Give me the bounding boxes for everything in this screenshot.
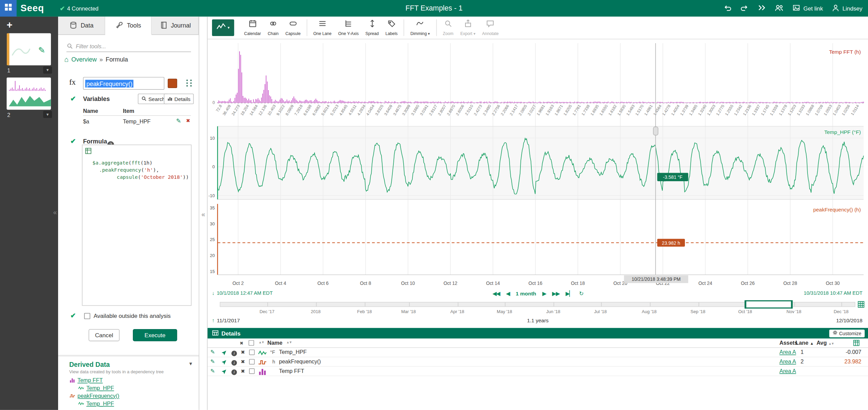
forward-all-icon[interactable] <box>757 3 766 13</box>
table-row[interactable]: ✎ i ✖ Temp FFT Area A <box>208 367 868 376</box>
toolbar-chain-button[interactable]: Chain <box>264 18 282 37</box>
filter-tools-search[interactable] <box>67 41 191 52</box>
item-name[interactable]: Temp FFT <box>279 368 304 374</box>
available-outside-checkbox[interactable] <box>84 313 90 319</box>
timeline-grid-icon[interactable] <box>857 300 865 310</box>
temp-fft-series[interactable] <box>217 51 864 103</box>
worksheet-thumbnail[interactable]: ✎ <box>7 33 51 66</box>
assets-link[interactable]: Area A <box>779 368 796 374</box>
column-config-icon[interactable] <box>853 340 860 347</box>
duration-label[interactable]: 1 month <box>516 290 536 296</box>
user-menu[interactable]: Lindsey <box>831 4 863 13</box>
toolbar-dimming-button[interactable]: Dimming ▾ <box>407 18 433 37</box>
timeline-selection[interactable] <box>745 300 792 308</box>
cursor-handle[interactable] <box>653 127 658 135</box>
info-icon[interactable]: i <box>231 349 237 356</box>
info-icon[interactable]: i <box>231 369 237 375</box>
toolbar-spread-button[interactable]: Spread <box>362 18 382 37</box>
home-icon[interactable]: ⌂ <box>64 56 69 62</box>
remove-icon[interactable]: ✖ <box>241 359 245 364</box>
formula-options-icon[interactable] <box>184 78 194 88</box>
table-row[interactable]: ✎ i ✖ °F Temp_HPF Area A 1 -0.007 <box>208 348 868 357</box>
worksheet-thumbnail[interactable] <box>7 78 51 110</box>
toolbar-capsule-button[interactable]: Capsule <box>282 18 304 37</box>
collapse-panel-icon[interactable]: « <box>201 211 205 218</box>
formula-code-editor[interactable]: $a.aggregate(fft(1h).peakFrequency('h'),… <box>82 144 192 306</box>
info-icon[interactable]: i <box>231 359 237 366</box>
table-row[interactable]: ✎ i ✖ h peakFrequency() Area A 2 23.982 <box>208 357 868 367</box>
investigate-end[interactable]: 12/10/2018 <box>836 318 862 324</box>
col-lane-header[interactable]: Lane ▲ <box>796 340 814 346</box>
toolbar-one-lane-button[interactable]: One Lane <box>310 18 335 37</box>
redo-icon[interactable] <box>740 3 749 13</box>
range-end-link[interactable]: 10/31/2018 10:47 AM EDT <box>804 290 863 296</box>
get-link-button[interactable]: Get link <box>792 4 823 13</box>
edit-icon[interactable]: ✎ <box>210 349 215 355</box>
derived-item-link[interactable]: peakFrequency() <box>77 392 119 398</box>
code-line[interactable]: .peakFrequency('h'), <box>92 167 189 174</box>
derived-item-link[interactable]: Temp_HPF <box>86 400 114 406</box>
edit-icon[interactable]: ✎ <box>210 358 215 364</box>
view-selector-button[interactable]: ▾ <box>212 19 234 36</box>
step-back-button[interactable]: ◀ <box>506 290 510 296</box>
insert-variable-icon[interactable] <box>85 147 92 157</box>
assets-link[interactable]: Area A <box>779 358 796 364</box>
item-name[interactable]: Temp_HPF <box>279 349 306 355</box>
add-worksheet-button[interactable]: + <box>7 20 13 30</box>
sort-icon[interactable]: ▲▼ <box>259 341 264 344</box>
remove-all-icon[interactable]: ✖ <box>240 341 244 346</box>
derived-item-link[interactable]: Temp FFT <box>77 377 103 383</box>
remove-variable-icon[interactable]: ✖ <box>186 118 190 123</box>
assets-link[interactable]: Area A <box>779 349 796 355</box>
execute-button[interactable]: Execute <box>133 329 177 341</box>
cancel-button[interactable]: Cancel <box>89 329 120 341</box>
tab-journal[interactable]: Journal <box>152 17 199 35</box>
toolbar-calendar-button[interactable]: Calendar <box>241 18 264 37</box>
tab-tools[interactable]: Tools <box>105 17 152 35</box>
svg-text:1.4861: 1.4861 <box>643 104 653 116</box>
customize-button[interactable]: Customize <box>829 329 865 337</box>
col-name-header[interactable]: Name <box>267 340 282 346</box>
row-checkbox[interactable] <box>249 369 254 375</box>
remove-icon[interactable]: ✖ <box>241 369 245 374</box>
worksheet-menu-chevron-icon[interactable]: ▾ <box>43 111 52 118</box>
remove-icon[interactable]: ✖ <box>241 349 245 355</box>
collapse-worksheets-icon[interactable]: « <box>53 209 57 216</box>
toolbar-labels-button[interactable]: Labels <box>382 18 401 37</box>
row-checkbox[interactable] <box>249 359 254 366</box>
go-to-end-button[interactable]: ▶▏ <box>566 290 573 296</box>
col-avg-header[interactable]: Avg ▲▼ <box>816 340 834 346</box>
jump-forward-button[interactable]: ▶▶ <box>552 290 560 296</box>
svg-text:1.6550: 1.6550 <box>599 104 608 116</box>
svg-text:0: 0 <box>212 164 215 169</box>
select-all-checkbox[interactable] <box>249 340 254 347</box>
item-name[interactable]: peakFrequency() <box>279 358 321 364</box>
chevron-down-icon[interactable]: ▾ <box>189 361 192 367</box>
color-swatch-button[interactable] <box>168 79 177 88</box>
breadcrumb-overview-link[interactable]: Overview <box>71 56 97 63</box>
pin-icon[interactable] <box>221 349 227 357</box>
users-icon[interactable] <box>775 3 784 13</box>
toolbar-one-y-axis-button[interactable]: One Y-Axis <box>335 18 362 37</box>
svg-text:36.409: 36.409 <box>222 104 232 116</box>
jump-back-button[interactable]: ◀◀ <box>492 290 500 296</box>
worksheet-menu-chevron-icon[interactable]: ▾ <box>43 67 52 74</box>
sort-icon[interactable]: ▲▼ <box>286 341 291 344</box>
edit-variable-icon[interactable]: ✎ <box>176 117 181 124</box>
undo-icon[interactable] <box>723 3 732 13</box>
tab-data[interactable]: Data <box>58 17 105 35</box>
trend-chart[interactable]: 0Temp FFT (h)72.836.40924.27318.20414.56… <box>208 41 868 289</box>
derived-item-link[interactable]: Temp_HPF <box>86 385 114 391</box>
code-line[interactable]: capsule('October 2018')) <box>92 174 189 181</box>
refresh-button[interactable]: ↻ <box>579 290 583 296</box>
col-assets-header[interactable]: Assets <box>779 340 797 346</box>
filter-tools-input[interactable] <box>76 43 191 49</box>
pin-icon[interactable] <box>221 369 227 376</box>
edit-icon[interactable]: ✎ <box>210 368 215 374</box>
row-checkbox[interactable] <box>249 349 254 356</box>
pin-icon[interactable] <box>221 359 227 366</box>
variable-details-button[interactable]: Details <box>164 93 194 104</box>
code-line[interactable]: $a.aggregate(fft(1h) <box>92 159 189 167</box>
step-forward-button[interactable]: ▶ <box>542 290 546 296</box>
formula-name-input[interactable]: peakFrequency() <box>83 77 164 89</box>
